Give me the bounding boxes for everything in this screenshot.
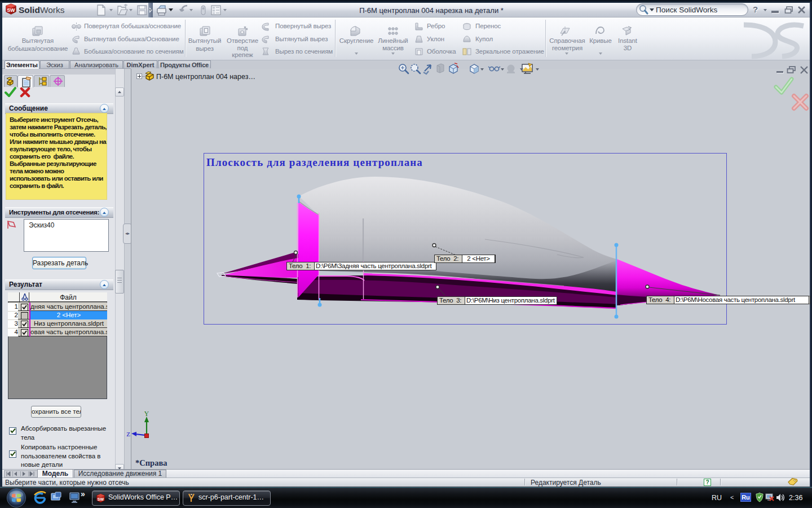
svg-text:Z: Z (126, 431, 130, 437)
svg-text:SW: SW (98, 497, 104, 501)
svg-text:Y: Y (144, 410, 149, 417)
